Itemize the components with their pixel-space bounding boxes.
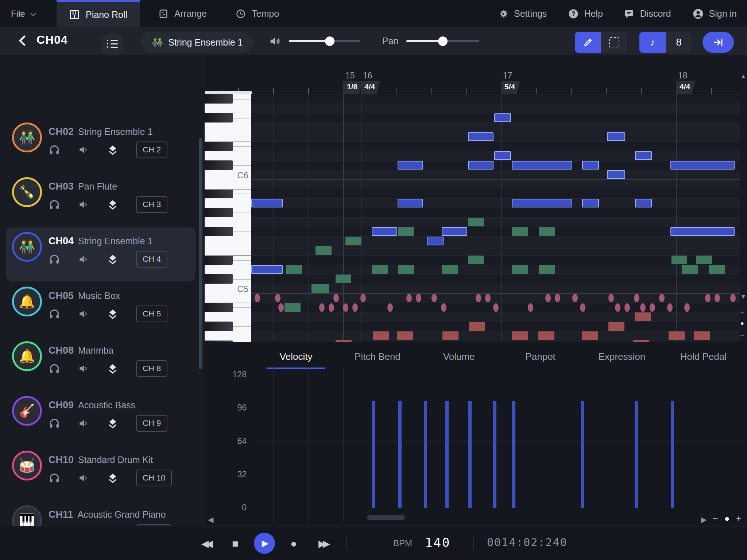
midi-note-selected-track[interactable] — [512, 161, 572, 170]
black-key[interactable] — [205, 274, 233, 284]
drum-note[interactable] — [669, 331, 685, 340]
timeline-ruler[interactable]: 151/8164/4175/4184/4 — [205, 55, 747, 94]
drum-hit[interactable] — [343, 303, 348, 312]
track-row-ch04[interactable]: 👬CH04String Ensemble 1CH 4 — [0, 236, 205, 290]
midi-note-other-track[interactable] — [442, 265, 458, 274]
black-key[interactable] — [205, 208, 233, 217]
midi-note-selected-track[interactable] — [372, 227, 397, 236]
drum-hit[interactable] — [476, 294, 481, 302]
headphones-icon[interactable] — [49, 199, 60, 210]
midi-note-selected-track[interactable] — [398, 161, 423, 170]
scroll-left-icon[interactable]: ◀ — [208, 515, 213, 524]
drum-hit[interactable] — [387, 303, 393, 312]
midi-note-other-track[interactable] — [316, 246, 332, 255]
layers-icon[interactable] — [107, 363, 119, 374]
controller-tab-velocity[interactable]: Velocity — [255, 346, 337, 367]
midi-note-selected-track[interactable] — [468, 132, 494, 141]
controller-tab-hold-pedal[interactable]: Hold Pedal — [663, 346, 744, 367]
time-signature-badge[interactable]: 1/8 — [343, 81, 363, 94]
drum-hit[interactable] — [255, 294, 260, 302]
midi-note-other-track[interactable] — [512, 265, 528, 274]
drum-hit[interactable] — [360, 294, 366, 302]
black-key[interactable] — [205, 227, 233, 236]
help-button[interactable]: ? Help — [568, 8, 603, 19]
headphones-icon[interactable] — [49, 144, 60, 156]
layers-icon[interactable] — [107, 417, 119, 429]
drum-note[interactable] — [635, 312, 651, 321]
track-avatar[interactable]: 🔔 — [12, 287, 42, 316]
autoscroll-button[interactable] — [703, 32, 734, 53]
midi-note-other-track[interactable] — [286, 265, 302, 274]
drum-note[interactable] — [608, 322, 624, 331]
drum-note[interactable] — [538, 331, 554, 340]
midi-note-other-track[interactable] — [696, 256, 712, 264]
drum-hit[interactable] — [431, 294, 437, 302]
zoom-out-icon[interactable]: − — [740, 332, 744, 339]
speaker-icon[interactable] — [78, 308, 89, 320]
velocity-bar[interactable] — [372, 401, 375, 508]
headphones-icon[interactable] — [49, 417, 60, 429]
midi-note-selected-track[interactable] — [607, 132, 625, 141]
track-row-ch05[interactable]: 🔔CH05Music BoxCH 5 — [0, 290, 205, 345]
midi-note-selected-track[interactable] — [251, 265, 283, 274]
track-row-ch09[interactable]: 🎸CH09Acoustic BassCH 9 — [0, 400, 205, 454]
forward-button[interactable]: ▶▶ — [314, 535, 331, 552]
midi-note-other-track[interactable] — [336, 275, 351, 283]
velocity-bar[interactable] — [512, 401, 515, 508]
hzoom-in-icon[interactable]: + — [736, 513, 741, 524]
time-signature-badge[interactable]: 4/4 — [361, 81, 380, 94]
midi-note-selected-track[interactable] — [607, 170, 625, 179]
settings-button[interactable]: Settings — [498, 8, 547, 19]
instrument-button[interactable]: 👬 String Ensemble 1 — [141, 32, 253, 53]
speaker-icon[interactable] — [78, 472, 89, 484]
drum-hit[interactable] — [545, 294, 551, 302]
black-key[interactable] — [205, 113, 233, 122]
horizontal-scrollbar[interactable] — [367, 515, 405, 520]
drum-note[interactable] — [694, 331, 710, 340]
tab-piano-roll[interactable]: Piano Roll — [57, 0, 140, 27]
headphones-icon[interactable] — [49, 308, 60, 320]
midi-note-selected-track[interactable] — [635, 199, 652, 207]
midi-note-selected-track[interactable] — [494, 113, 511, 122]
track-row-ch11[interactable]: 🎹CH11Acoustic Grand PianoCH 11 — [0, 509, 205, 526]
velocity-bar[interactable] — [398, 401, 402, 508]
midi-note-selected-track[interactable] — [670, 227, 735, 236]
layers-icon[interactable] — [107, 253, 119, 265]
speaker-icon[interactable] — [78, 144, 89, 156]
black-key[interactable] — [205, 303, 233, 312]
velocity-bar[interactable] — [468, 401, 472, 508]
note-duration-value[interactable]: 8 — [666, 32, 692, 53]
drum-hit[interactable] — [705, 294, 711, 302]
hzoom-out-icon[interactable]: − — [713, 513, 718, 524]
track-list-scrollbar[interactable] — [199, 138, 202, 369]
record-button[interactable]: ● — [285, 535, 302, 552]
track-avatar[interactable]: 🥁 — [12, 451, 42, 481]
velocity-bar[interactable] — [493, 401, 496, 508]
time-signature-badge[interactable]: 5/4 — [501, 81, 520, 94]
midi-note-other-track[interactable] — [539, 227, 555, 236]
drum-hit[interactable] — [493, 303, 499, 312]
drum-hit[interactable] — [659, 294, 665, 302]
black-key[interactable] — [205, 94, 233, 104]
layers-icon[interactable] — [107, 472, 119, 484]
midi-note-other-track[interactable] — [671, 256, 687, 264]
drum-note[interactable] — [442, 331, 458, 340]
drum-hit[interactable] — [715, 294, 720, 302]
midi-note-other-track[interactable] — [398, 265, 414, 274]
controller-tab-expression[interactable]: Expression — [581, 346, 662, 367]
track-row-ch02[interactable]: 👬CH02String Ensemble 1CH 2 — [0, 126, 205, 181]
selection-tool-button[interactable] — [601, 32, 627, 53]
tab-arrange[interactable]: Arrange — [146, 0, 219, 27]
speaker-icon[interactable] — [78, 417, 89, 429]
drum-hit[interactable] — [640, 303, 646, 312]
midi-note-selected-track[interactable] — [427, 237, 444, 245]
controller-tab-pitch-bend[interactable]: Pitch Bend — [337, 346, 418, 367]
layers-icon[interactable] — [107, 308, 119, 320]
drum-note[interactable] — [469, 322, 485, 331]
midi-note-selected-track[interactable] — [442, 227, 467, 236]
file-menu[interactable]: File — [11, 0, 35, 27]
track-list-button[interactable] — [101, 32, 124, 56]
speaker-icon[interactable] — [78, 253, 89, 265]
velocity-bar[interactable] — [424, 401, 427, 508]
midi-note-selected-track[interactable] — [251, 199, 283, 207]
